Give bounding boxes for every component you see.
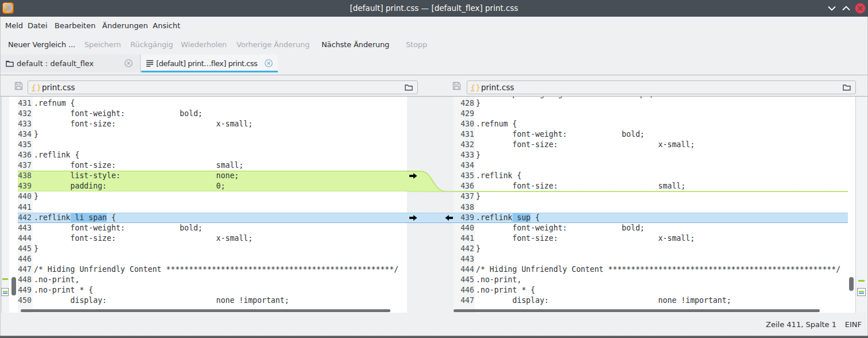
statusbar: Zeile 411, Spalte 1 EINF — [0, 313, 868, 336]
code-line: .reflink li span { — [34, 213, 116, 223]
code-text: } — [34, 130, 38, 139]
toolbar-button[interactable]: Stopp — [406, 34, 427, 55]
code-line: display: none !important; — [476, 295, 731, 306]
tab-close-icon[interactable] — [265, 59, 273, 67]
left-vertical-scrollbar[interactable] — [11, 277, 16, 295]
left-horizontal-scrollbar[interactable] — [21, 309, 390, 312]
toolbar-button[interactable]: Nächste Änderung — [321, 34, 389, 55]
insert-chunk-connector — [407, 97, 454, 313]
code-braces-icon: { } — [471, 83, 480, 92]
menu-bearbeiten[interactable]: Bearbeiten — [55, 17, 95, 34]
code-text: } — [476, 244, 480, 253]
inline-change-highlight: li span — [71, 213, 107, 222]
maximize-button[interactable] — [842, 6, 850, 11]
titlebar: [default] print.css — [default_flex] pri… — [0, 0, 868, 17]
code-line: } — [34, 191, 38, 202]
close-button[interactable] — [855, 3, 866, 14]
code-line: .reflink sup { — [476, 213, 540, 223]
folder-icon — [6, 60, 14, 67]
code-text: } — [476, 151, 480, 159]
line-number: 444 — [454, 264, 474, 275]
file-text-icon — [146, 60, 154, 67]
code-text: font-size: x-small; — [476, 140, 695, 149]
right-overview-insert-mark — [858, 280, 865, 282]
code-line: font-weight: bold; — [34, 223, 203, 233]
code-text: list-style: none; — [34, 171, 239, 180]
svg-text:}: } — [37, 83, 41, 92]
code-text: display: none !important; — [476, 296, 731, 305]
apply-change-right-to-left-arrow[interactable] — [445, 215, 453, 221]
meld-app-icon — [2, 2, 14, 14]
toolbar-button[interactable]: Rückgängig — [130, 34, 173, 55]
line-number: 437 — [18, 160, 32, 171]
code-line: font-weight: bold; — [476, 129, 645, 140]
right-vertical-scrollbar[interactable] — [849, 277, 854, 291]
filename-entry-right[interactable]: { } print.css — [467, 80, 856, 94]
overview-change-mark — [859, 293, 864, 294]
tab-folder-comparison[interactable]: default : default_flex — [0, 55, 140, 72]
code-text: } — [476, 99, 480, 107]
save-right-icon[interactable] — [452, 82, 461, 90]
apply-insert-left-to-right-arrow[interactable] — [409, 173, 417, 179]
toolbar-button[interactable]: Speichern — [84, 34, 121, 55]
overview-change-mark — [3, 293, 7, 294]
line-number: 431 — [454, 129, 474, 140]
code-text: font-weight: bold; — [34, 109, 203, 118]
right-horizontal-scrollbar[interactable] — [454, 309, 820, 312]
file-header-row: { } print.css { } print.css — [0, 75, 868, 96]
filename-right: print.css — [481, 81, 514, 94]
tab-close-icon[interactable] — [125, 59, 133, 67]
code-line: font-weight: bold; — [34, 109, 203, 119]
left-overview-map[interactable] — [1, 97, 9, 313]
menu-ansicht[interactable]: Ansicht — [153, 17, 180, 34]
diff-area: 431.refnum {432 font-weight: bold;433 fo… — [0, 97, 868, 313]
code-line: } — [476, 191, 480, 202]
code-text: .no-print, — [34, 275, 79, 284]
code-text: } — [476, 192, 480, 201]
meld-window: [default] print.css — [default_flex] pri… — [0, 0, 868, 338]
menu-datei[interactable]: Datei — [28, 17, 48, 34]
code-line: font-size: x-small; — [34, 119, 253, 129]
code-line: font-size: small; — [34, 160, 243, 171]
tab-label: default : default_flex — [17, 55, 94, 72]
apply-change-left-to-right-arrow[interactable] — [409, 215, 417, 221]
line-number: 433 — [18, 119, 32, 129]
filename-entry-left[interactable]: { } print.css — [28, 80, 418, 94]
line-number: 436 — [454, 181, 474, 191]
file-browse-left-icon[interactable] — [405, 84, 413, 91]
line-number: 436 — [18, 150, 32, 160]
left-overview-viewport[interactable] — [1, 288, 9, 296]
line-number: 433 — [454, 150, 474, 160]
window-bottom-edge — [0, 336, 868, 338]
minimize-button[interactable] — [828, 6, 836, 11]
line-number: 439 — [454, 213, 474, 223]
tab-file-comparison[interactable]: [default] print…flex] print.css — [141, 55, 278, 72]
line-number: 429 — [454, 109, 474, 119]
save-left-icon[interactable] — [14, 82, 23, 90]
cursor-position: Zeile 411, Spalte 1 — [766, 313, 836, 336]
menu-meld[interactable]: Meld — [5, 17, 23, 34]
code-line: font-size: x-small; — [476, 140, 695, 150]
code-line: font-size: x-small; — [34, 233, 253, 244]
code-text: { — [530, 213, 540, 222]
line-number: 442 — [454, 244, 474, 254]
menu-änderungen[interactable]: Änderungen — [102, 17, 148, 34]
toolbar-button[interactable]: Vorherige Änderung — [237, 34, 309, 55]
code-line: .refnum { — [34, 98, 75, 109]
line-number: 447 — [454, 295, 474, 306]
line-number: 445 — [18, 244, 32, 254]
right-overview-viewport[interactable] — [857, 288, 866, 296]
input-mode: EINF — [845, 313, 862, 336]
line-number: 437 — [454, 191, 474, 202]
code-line: font-weight: bold; — [476, 223, 645, 233]
line-number: 438 — [18, 171, 32, 181]
code-text: .refnum { — [476, 120, 517, 128]
code-text: .refnum { — [34, 99, 75, 107]
file-browse-right-icon[interactable] — [843, 84, 851, 91]
toolbar-button[interactable]: Wiederholen — [181, 34, 227, 55]
toolbar-button[interactable]: Neuer Vergleich ... — [8, 34, 75, 55]
line-number: 438 — [454, 202, 474, 213]
code-text: font-weight: bold; — [476, 224, 645, 232]
code-line: .no-print, — [34, 275, 79, 285]
code-text: .reflink { — [476, 171, 521, 180]
